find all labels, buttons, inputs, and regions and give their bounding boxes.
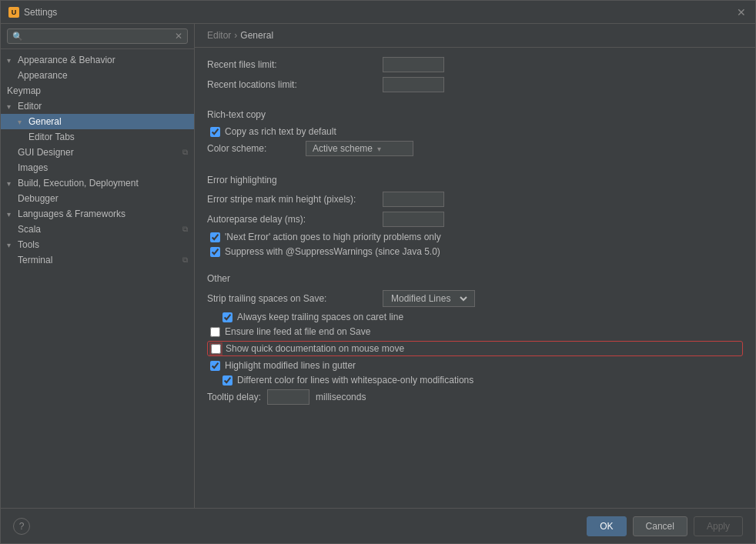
next-error-checkbox[interactable] (210, 232, 220, 242)
highlight-modified-checkbox[interactable] (210, 361, 220, 371)
other-section-title: Other (207, 273, 743, 284)
external-icon: ⧉ (182, 225, 188, 234)
bottom-bar: ? OK Cancel Apply (1, 508, 755, 543)
main-content: 🔍 mous ✕ Appearance & Behavior Appearanc… (1, 24, 755, 508)
sidebar-item-label: Tools (18, 239, 39, 250)
sidebar-item-appearance[interactable]: Appearance (1, 68, 194, 83)
different-color-label: Different color for lines with whitespac… (237, 375, 473, 385)
sidebar-item-appearance-behavior[interactable]: Appearance & Behavior (1, 52, 194, 68)
sidebar-item-terminal[interactable]: Terminal ⧉ (1, 252, 194, 268)
color-scheme-caret: ▾ (377, 145, 381, 153)
settings-panel: Recent files limit: 50 Recent locations … (195, 48, 755, 508)
sidebar-item-label: General (28, 116, 62, 127)
ok-button[interactable]: OK (587, 516, 626, 536)
expand-arrow (7, 179, 15, 188)
sidebar-item-images[interactable]: Images (1, 160, 194, 175)
sidebar-item-scala[interactable]: Scala ⧉ (1, 222, 194, 237)
help-label: ? (19, 521, 25, 532)
always-keep-trailing-label: Always keep trailing spaces on caret lin… (237, 312, 403, 322)
color-scheme-label: Color scheme: (207, 143, 299, 154)
highlight-modified-row: Highlight modified lines in gutter (207, 360, 743, 371)
settings-window: U Settings ✕ 🔍 mous ✕ Appearance & Behav… (0, 0, 756, 544)
different-color-row: Different color for lines with whitespac… (207, 375, 743, 385)
copy-rich-text-row: Copy as rich text by default (207, 126, 743, 137)
recent-files-row: Recent files limit: 50 (207, 57, 743, 72)
external-icon: ⧉ (182, 148, 188, 157)
strip-trailing-row: Strip trailing spaces on Save: None All … (207, 290, 743, 307)
sidebar-item-label: Editor Tabs (28, 132, 75, 142)
sidebar-item-tools[interactable]: Tools (1, 237, 194, 252)
cancel-button[interactable]: Cancel (633, 516, 687, 536)
always-keep-trailing-checkbox[interactable] (222, 312, 232, 322)
sidebar: 🔍 mous ✕ Appearance & Behavior Appearanc… (1, 24, 195, 508)
color-scheme-select[interactable]: Active scheme ▾ (306, 141, 413, 156)
titlebar-left: U Settings (8, 7, 57, 18)
error-stripe-label: Error stripe mark min height (pixels): (207, 194, 376, 205)
error-highlighting-section-title: Error highlighting (207, 175, 743, 185)
rich-text-section-title: Rich-text copy (207, 109, 743, 120)
search-input[interactable]: mous (26, 31, 172, 42)
autoreparse-label: Autoreparse delay (ms): (207, 214, 376, 225)
close-button[interactable]: ✕ (735, 6, 748, 18)
tree: Appearance & Behavior Appearance Keymap … (1, 49, 194, 508)
apply-button[interactable]: Apply (694, 516, 743, 536)
search-wrap: 🔍 mous ✕ (7, 28, 188, 44)
sidebar-item-keymap[interactable]: Keymap (1, 83, 194, 98)
next-error-label: 'Next Error' action goes to high priorit… (225, 232, 441, 242)
sidebar-item-label: Appearance & Behavior (18, 55, 115, 65)
sidebar-item-label: Terminal (18, 255, 52, 265)
autoreparse-input[interactable]: 300 (383, 212, 444, 227)
app-icon: U (8, 7, 19, 18)
color-scheme-value: Active scheme (313, 143, 373, 154)
sidebar-item-label: Debugger (18, 193, 59, 204)
ensure-line-feed-row: Ensure line feed at file end on Save (207, 326, 743, 337)
sidebar-item-gui-designer[interactable]: GUI Designer ⧉ (1, 145, 194, 160)
sidebar-item-label: Editor (18, 101, 42, 112)
sidebar-item-languages-frameworks[interactable]: Languages & Frameworks (1, 206, 194, 222)
highlight-modified-label: Highlight modified lines in gutter (225, 360, 356, 371)
suppress-warnings-checkbox[interactable] (210, 247, 220, 257)
autoreparse-row: Autoreparse delay (ms): 300 (207, 212, 743, 227)
breadcrumb: Editor › General (195, 24, 755, 48)
breadcrumb-current: General (240, 30, 273, 41)
expand-arrow (7, 56, 15, 65)
sidebar-item-debugger[interactable]: Debugger (1, 191, 194, 206)
action-buttons: OK Cancel Apply (587, 516, 743, 536)
recent-files-label: Recent files limit: (207, 59, 376, 70)
strip-trailing-dropdown[interactable]: None All Modified Lines (388, 292, 470, 305)
help-button[interactable]: ? (13, 518, 30, 535)
ensure-line-feed-checkbox[interactable] (210, 327, 220, 337)
tooltip-delay-label: Tooltip delay: (207, 392, 261, 402)
search-icon: 🔍 (12, 32, 23, 42)
recent-locations-row: Recent locations limit: 25 (207, 77, 743, 92)
sidebar-item-label: Keymap (7, 85, 41, 96)
show-quick-doc-checkbox[interactable] (211, 344, 221, 354)
external-icon: ⧉ (182, 255, 188, 265)
breadcrumb-parent: Editor (207, 30, 231, 41)
content-area: Editor › General Recent files limit: 50 … (195, 24, 755, 508)
sidebar-item-editor-tabs[interactable]: Editor Tabs (1, 129, 194, 145)
suppress-warnings-label: Suppress with @SuppressWarnings (since J… (225, 246, 440, 257)
sidebar-item-general[interactable]: General (1, 114, 194, 129)
sidebar-item-label: GUI Designer (18, 147, 74, 158)
error-stripe-input[interactable]: 2 (383, 192, 444, 207)
breadcrumb-separator: › (234, 30, 237, 41)
search-clear-button[interactable]: ✕ (175, 31, 182, 42)
expand-arrow (18, 118, 25, 126)
tooltip-delay-row: Tooltip delay: 500 milliseconds (207, 389, 743, 405)
color-scheme-row: Color scheme: Active scheme ▾ (207, 141, 743, 156)
sidebar-item-build-execution[interactable]: Build, Execution, Deployment (1, 175, 194, 191)
ensure-line-feed-label: Ensure line feed at file end on Save (225, 326, 370, 337)
sidebar-item-label: Scala (18, 224, 41, 235)
copy-rich-text-checkbox[interactable] (210, 127, 220, 137)
recent-locations-input[interactable]: 25 (383, 77, 444, 92)
recent-files-input[interactable]: 50 (383, 57, 444, 72)
tooltip-delay-input[interactable]: 500 (267, 389, 309, 405)
error-stripe-row: Error stripe mark min height (pixels): 2 (207, 192, 743, 207)
next-error-row: 'Next Error' action goes to high priorit… (207, 232, 743, 242)
strip-trailing-select[interactable]: None All Modified Lines (383, 290, 475, 307)
sidebar-item-label: Build, Execution, Deployment (18, 178, 139, 189)
sidebar-item-editor[interactable]: Editor (1, 98, 194, 114)
always-keep-trailing-row: Always keep trailing spaces on caret lin… (207, 312, 743, 322)
different-color-checkbox[interactable] (222, 375, 232, 385)
